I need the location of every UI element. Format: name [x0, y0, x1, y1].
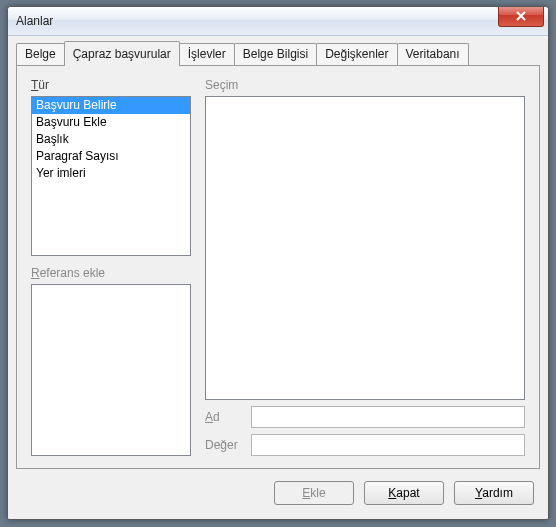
- help-button[interactable]: Yardım: [454, 481, 534, 505]
- tab-0[interactable]: Belge: [16, 43, 65, 65]
- tab-5[interactable]: Veritabanı: [397, 43, 469, 65]
- insert-button[interactable]: Ekle: [274, 481, 354, 505]
- type-item[interactable]: Paragraf Sayısı: [32, 148, 190, 165]
- type-item[interactable]: Başlık: [32, 131, 190, 148]
- selection-label: Seçim: [205, 78, 525, 92]
- type-item[interactable]: Başvuru Belirle: [32, 97, 190, 114]
- type-label: Tür: [31, 78, 191, 92]
- tab-3[interactable]: Belge Bilgisi: [234, 43, 317, 65]
- close-dialog-button[interactable]: Kapat: [364, 481, 444, 505]
- tab-panel: Tür Başvuru BelirleBaşvuru EkleBaşlıkPar…: [16, 65, 540, 469]
- titlebar: Alanlar: [8, 7, 548, 36]
- close-icon: [516, 11, 526, 21]
- name-input[interactable]: [251, 406, 525, 428]
- reference-listbox[interactable]: [31, 284, 191, 456]
- reference-label: Referans ekle: [31, 266, 191, 280]
- tab-2[interactable]: İşlevler: [179, 43, 235, 65]
- tabstrip: BelgeÇapraz başvurularİşlevlerBelge Bilg…: [16, 43, 540, 65]
- tab-1[interactable]: Çapraz başvurular: [64, 41, 180, 66]
- tab-4[interactable]: Değişkenler: [316, 43, 397, 65]
- value-input[interactable]: [251, 434, 525, 456]
- type-listbox[interactable]: Başvuru BelirleBaşvuru EkleBaşlıkParagra…: [31, 96, 191, 256]
- window-title: Alanlar: [16, 14, 53, 28]
- dialog-window: Alanlar BelgeÇapraz başvurularİşlevlerBe…: [7, 6, 549, 520]
- close-button[interactable]: [498, 6, 544, 27]
- type-item[interactable]: Yer imleri: [32, 165, 190, 182]
- value-label: Değer: [205, 438, 251, 452]
- selection-listbox[interactable]: [205, 96, 525, 400]
- client-area: BelgeÇapraz başvurularİşlevlerBelge Bilg…: [16, 43, 540, 511]
- name-label: Ad: [205, 410, 251, 424]
- type-item[interactable]: Başvuru Ekle: [32, 114, 190, 131]
- button-bar: Ekle Kapat Yardım: [16, 475, 540, 511]
